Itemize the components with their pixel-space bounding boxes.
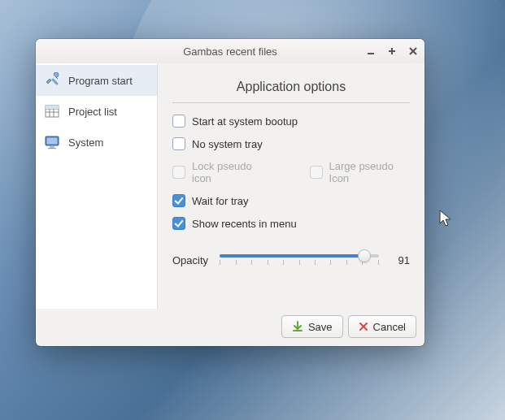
option-show-recents: Show recents in menu <box>172 217 410 230</box>
option-label: Wait for tray <box>192 195 249 207</box>
window-title: Gambas recent files <box>183 45 277 58</box>
checkbox-wait-for-tray[interactable] <box>172 194 185 207</box>
checkbox-show-recents[interactable] <box>172 217 185 230</box>
sidebar-item-system[interactable]: System <box>36 127 157 158</box>
section-title: Application options <box>172 73 410 103</box>
svg-rect-15 <box>48 148 56 149</box>
close-button[interactable] <box>407 45 420 58</box>
close-icon <box>359 322 368 331</box>
checkbox-large-pseudo-icon <box>310 166 323 179</box>
option-label: Show recents in menu <box>192 218 297 230</box>
settings-window: Gambas recent files <box>36 39 424 346</box>
checkbox-lock-pseudo-icon <box>172 166 185 179</box>
cursor-icon <box>439 210 454 229</box>
opacity-label: Opacity <box>172 254 208 266</box>
option-wait-for-tray: Wait for tray <box>172 194 410 207</box>
checkbox-start-bootup[interactable] <box>172 115 185 128</box>
opacity-slider[interactable] <box>220 248 379 272</box>
titlebar: Gambas recent files <box>36 39 424 63</box>
option-start-bootup: Start at system bootup <box>172 115 410 128</box>
table-icon <box>44 103 60 119</box>
option-label: Large pseudo Icon <box>329 160 410 184</box>
sidebar-item-program-start[interactable]: Program start <box>36 65 157 96</box>
option-label: Start at system bootup <box>192 115 298 128</box>
button-label: Cancel <box>373 321 406 333</box>
save-button[interactable]: Save <box>281 315 343 338</box>
tools-icon <box>44 72 60 89</box>
option-label: Lock pseudo icon <box>192 160 268 184</box>
window-controls <box>364 39 420 63</box>
sidebar: Program start Project list <box>36 63 158 309</box>
save-icon <box>292 321 303 332</box>
window-body: Program start Project list <box>36 63 424 309</box>
sidebar-item-label: Program start <box>68 75 133 87</box>
svg-rect-13 <box>47 138 58 145</box>
main-panel: Application options Start at system boot… <box>158 63 424 309</box>
svg-rect-11 <box>46 106 59 109</box>
cancel-button[interactable]: Cancel <box>348 315 416 338</box>
checkbox-no-system-tray[interactable] <box>172 137 185 150</box>
button-label: Save <box>308 321 333 333</box>
monitor-icon <box>44 134 60 150</box>
opacity-value: 91 <box>390 254 410 266</box>
footer: Save Cancel <box>36 309 424 346</box>
sidebar-item-label: System <box>68 136 103 149</box>
sidebar-item-project-list[interactable]: Project list <box>36 96 157 127</box>
sidebar-item-label: Project list <box>68 106 117 118</box>
opacity-row: Opacity 91 <box>172 248 410 272</box>
option-label: No system tray <box>192 138 263 150</box>
svg-rect-14 <box>50 146 54 148</box>
svg-line-5 <box>53 80 57 84</box>
minimize-button[interactable] <box>364 45 377 58</box>
maximize-button[interactable] <box>385 45 398 58</box>
option-pseudo-icons: Lock pseudo icon Large pseudo Icon <box>172 160 410 184</box>
option-no-system-tray: No system tray <box>172 137 410 150</box>
